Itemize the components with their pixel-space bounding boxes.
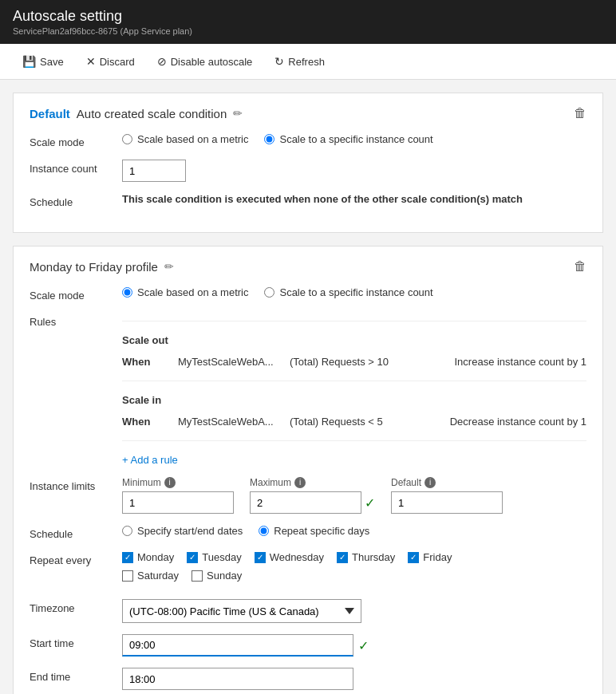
- subtitle: ServicePlan2af96bcc-8675 (App Service pl…: [13, 26, 603, 36]
- instance-limits-label: Instance limits: [30, 477, 109, 492]
- page-title: Autoscale setting: [13, 8, 603, 25]
- maximum-group: Maximum i ✓: [250, 477, 375, 514]
- default-title-text: Auto created scale condition: [77, 107, 227, 120]
- rules-row: Rules Scale out When MyTestScaleWebA... …: [30, 313, 586, 466]
- maximum-input[interactable]: [250, 491, 361, 514]
- scale-out-action: Increase instance count by 1: [443, 356, 586, 368]
- repeat-every-row: Repeat every ✓ Monday ✓ Tuesday ✓: [30, 551, 586, 588]
- profile-schedule-options: Specify start/end dates Repeat specific …: [122, 525, 586, 537]
- monday-check[interactable]: ✓ Monday: [122, 551, 174, 563]
- rules-content: Scale out When MyTestScaleWebA... (Total…: [122, 313, 586, 466]
- scale-out-label: Scale out: [122, 329, 586, 351]
- instance-limits-content: Minimum i Maximum i: [122, 477, 586, 514]
- saturday-check[interactable]: Saturday: [122, 570, 179, 582]
- maximum-input-wrap: ✓: [250, 491, 375, 514]
- friday-checkbox: ✓: [408, 552, 419, 563]
- save-button[interactable]: 💾 Save: [13, 50, 73, 73]
- profile-scale-mode-options: Scale based on a metric Scale to a speci…: [122, 286, 586, 298]
- minimum-input[interactable]: [122, 491, 234, 514]
- scale-on-metric-radio[interactable]: [122, 134, 132, 144]
- profile-metric-radio[interactable]: [122, 287, 132, 298]
- specify-dates-radio[interactable]: [122, 526, 132, 536]
- default-card-header: Default Auto created scale condition ✏ 🗑: [30, 106, 586, 120]
- thursday-checkbox: ✓: [337, 552, 348, 563]
- profile-edit-icon[interactable]: ✏: [164, 260, 174, 273]
- profile-instance-radio[interactable]: [264, 287, 274, 298]
- repeat-days-option[interactable]: Repeat specific days: [259, 525, 369, 537]
- wednesday-checkbox: ✓: [255, 552, 266, 563]
- start-time-check-icon: ✓: [358, 638, 369, 653]
- specify-dates-option[interactable]: Specify start/end dates: [122, 525, 243, 537]
- instance-limits-fields: Minimum i Maximum i: [122, 477, 586, 514]
- saturday-label: Saturday: [137, 570, 179, 582]
- scale-out-rule: When MyTestScaleWebA... (Total) Requests…: [122, 351, 586, 373]
- default-schedule-text: This scale condition is executed when no…: [122, 193, 523, 205]
- monday-label: Monday: [137, 551, 174, 563]
- tuesday-checkbox: ✓: [187, 552, 198, 563]
- end-time-wrap: [122, 668, 586, 690]
- profile-metric-option[interactable]: Scale based on a metric: [122, 286, 248, 298]
- maximum-info-icon: i: [294, 477, 306, 488]
- default-schedule-row: Schedule This scale condition is execute…: [30, 193, 586, 208]
- end-time-input[interactable]: [122, 668, 353, 690]
- profile-card: Monday to Friday profile ✏ 🗑 Scale mode …: [13, 246, 603, 694]
- scale-mode-label: Scale mode: [30, 133, 109, 148]
- scale-in-resource: MyTestScaleWebA...: [178, 416, 274, 428]
- tuesday-check[interactable]: ✓ Tuesday: [187, 551, 241, 563]
- save-icon: 💾: [22, 55, 36, 68]
- disable-icon: ⊘: [157, 55, 167, 68]
- refresh-button[interactable]: ↻ Refresh: [265, 50, 334, 73]
- sunday-label: Sunday: [207, 570, 242, 582]
- repeat-days-radio[interactable]: [259, 526, 269, 536]
- discard-button[interactable]: ✕ Discard: [77, 50, 144, 73]
- profile-delete-icon[interactable]: 🗑: [574, 259, 586, 274]
- default-input[interactable]: [391, 491, 503, 514]
- sunday-checkbox: [192, 570, 203, 582]
- wednesday-check[interactable]: ✓ Wednesday: [255, 551, 324, 563]
- profile-instance-option[interactable]: Scale to a specific instance count: [264, 286, 432, 298]
- start-time-row: Start time ✓: [30, 634, 586, 657]
- thursday-check[interactable]: ✓ Thursday: [337, 551, 395, 563]
- scale-on-metric-option[interactable]: Scale based on a metric: [122, 133, 248, 145]
- sunday-check[interactable]: Sunday: [192, 570, 242, 582]
- start-time-input[interactable]: [122, 634, 353, 657]
- profile-card-header: Monday to Friday profile ✏ 🗑: [30, 259, 586, 274]
- title-bar: Autoscale setting ServicePlan2af96bcc-86…: [0, 0, 616, 44]
- start-time-wrap: ✓: [122, 634, 586, 657]
- default-scale-card: Default Auto created scale condition ✏ 🗑…: [13, 93, 603, 233]
- instance-count-label: Instance count: [30, 160, 109, 175]
- default-edit-icon[interactable]: ✏: [233, 107, 243, 120]
- toolbar: 💾 Save ✕ Discard ⊘ Disable autoscale ↻ R…: [0, 44, 616, 80]
- default-scale-mode-options: Scale based on a metric Scale to a speci…: [122, 133, 586, 145]
- end-time-content: [122, 668, 586, 690]
- scale-to-instance-option[interactable]: Scale to a specific instance count: [264, 133, 432, 145]
- timezone-row: Timezone (UTC-08:00) Pacific Time (US & …: [30, 599, 586, 623]
- maximum-check-icon: ✓: [365, 495, 375, 511]
- scale-in-metric: (Total) Requests < 5: [290, 416, 427, 428]
- tuesday-label: Tuesday: [202, 551, 241, 563]
- scale-out-resource: MyTestScaleWebA...: [178, 356, 274, 368]
- default-label: Default: [30, 107, 70, 120]
- disable-autoscale-button[interactable]: ⊘ Disable autoscale: [148, 50, 263, 73]
- default-schedule-label: Schedule: [30, 193, 109, 208]
- profile-title-text: Monday to Friday profile: [30, 260, 158, 274]
- minimum-label: Minimum i: [122, 477, 234, 488]
- timezone-label: Timezone: [30, 599, 109, 614]
- scale-in-rule: When MyTestScaleWebA... (Total) Requests…: [122, 411, 586, 432]
- scale-in-action: Decrease instance count by 1: [443, 416, 586, 428]
- default-delete-icon[interactable]: 🗑: [574, 106, 586, 120]
- main-content: Default Auto created scale condition ✏ 🗑…: [0, 80, 616, 694]
- add-rule-button[interactable]: + Add a rule: [122, 454, 178, 466]
- timezone-select[interactable]: (UTC-08:00) Pacific Time (US & Canada): [122, 599, 361, 623]
- rules-label: Rules: [30, 313, 109, 328]
- scale-to-instance-radio[interactable]: [264, 134, 274, 144]
- scale-out-metric: (Total) Requests > 10: [290, 356, 427, 368]
- scale-in-when: When: [122, 416, 162, 428]
- friday-label: Friday: [423, 551, 452, 563]
- instance-count-input[interactable]: [122, 160, 186, 182]
- scale-out-when: When: [122, 356, 162, 368]
- friday-check[interactable]: ✓ Friday: [408, 551, 452, 563]
- minimum-group: Minimum i: [122, 477, 234, 514]
- default-scale-mode-row: Scale mode Scale based on a metric Scale…: [30, 133, 586, 148]
- minimum-info-icon: i: [164, 477, 176, 488]
